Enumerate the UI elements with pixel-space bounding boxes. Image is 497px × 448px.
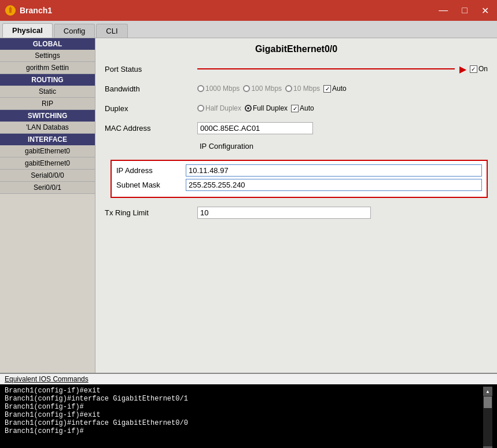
sidebar-item-vlan[interactable]: 'LAN Databas: [0, 122, 95, 134]
tab-config[interactable]: Config: [54, 24, 95, 38]
interface-title: GigabitEthernet0/0: [105, 44, 488, 54]
duplex-full[interactable]: Full Duplex: [245, 104, 288, 112]
duplex-full-label: Full Duplex: [253, 104, 288, 112]
ip-config-header-row: IP Configuration: [105, 140, 488, 155]
port-status-on-label: On: [478, 65, 488, 73]
duplex-half-label: Half Duplex: [205, 104, 241, 112]
bandwidth-100[interactable]: 100 Mbps: [243, 85, 282, 93]
bandwidth-10-label: 10 Mbps: [293, 85, 320, 93]
sidebar: GLOBAL Settings gorithm Settin ROUTING S…: [0, 38, 95, 373]
subnet-mask-label: Subnet Mask: [116, 181, 186, 189]
console-scroll-thumb: [484, 396, 492, 408]
duplex-auto-group[interactable]: Auto: [291, 104, 314, 112]
tab-bar: Physical Config CLI: [0, 21, 497, 38]
mac-address-label: MAC Address: [105, 124, 197, 133]
duplex-full-radio[interactable]: [245, 105, 252, 112]
close-button[interactable]: ✕: [478, 4, 492, 17]
ip-address-input[interactable]: [186, 164, 482, 177]
subnet-mask-input[interactable]: [186, 179, 482, 191]
console-title: Equivalent IOS Commands: [0, 374, 497, 384]
sidebar-item-serial001[interactable]: Seri0/0/1: [0, 182, 95, 194]
app-title: Branch1: [20, 6, 52, 15]
app-icon: [5, 5, 16, 16]
console-line-4: Branch1(config-if)#exit: [5, 411, 483, 419]
console-box[interactable]: Branch1(config-if)#exit Branch1(config)#…: [0, 384, 497, 448]
console-scrollbar[interactable]: ▲ ▼: [483, 387, 492, 448]
tx-ring-limit-controls: [197, 207, 488, 219]
duplex-auto-label: Auto: [300, 104, 314, 112]
mac-address-controls: [197, 122, 488, 134]
port-status-checkbox[interactable]: [470, 65, 477, 73]
tx-ring-limit-row: Tx Ring Limit: [105, 205, 488, 220]
bandwidth-row: Bandwidth 1000 Mbps 100 Mbps 10 Mbps: [105, 81, 488, 96]
sidebar-scroll[interactable]: GLOBAL Settings gorithm Settin ROUTING S…: [0, 38, 95, 373]
duplex-half-radio[interactable]: [197, 105, 204, 112]
console-line-6: Branch1(config-if)#: [5, 427, 483, 435]
config-panel: GigabitEthernet0/0 Port Status On Bandwi…: [95, 38, 497, 373]
port-status-row: Port Status On: [105, 61, 488, 76]
ip-address-label: IP Address: [116, 166, 186, 175]
ip-address-row: IP Address: [116, 164, 482, 177]
title-bar-left: Branch1: [5, 5, 52, 16]
sidebar-header-interface: INTERFACE: [0, 134, 95, 145]
console-scroll-up[interactable]: ▲: [483, 387, 492, 396]
mac-address-row: MAC Address: [105, 120, 488, 135]
port-status-checkbox-group[interactable]: On: [470, 65, 488, 73]
bandwidth-auto-group[interactable]: Auto: [323, 85, 347, 93]
duplex-label: Duplex: [105, 104, 197, 113]
mac-address-input[interactable]: [197, 122, 313, 134]
tab-cli[interactable]: CLI: [96, 24, 127, 38]
ip-config-box: IP Address Subnet Mask: [111, 160, 488, 198]
console-line-1: Branch1(config-if)#exit: [5, 387, 483, 395]
bandwidth-10-radio[interactable]: [285, 85, 292, 92]
sidebar-item-settings[interactable]: Settings: [0, 50, 95, 62]
main-content: GLOBAL Settings gorithm Settin ROUTING S…: [0, 38, 497, 373]
bandwidth-auto-checkbox[interactable]: [323, 85, 331, 93]
bandwidth-controls: 1000 Mbps 100 Mbps 10 Mbps Auto: [197, 85, 488, 93]
console-line-2: Branch1(config)#interface GigabitEtherne…: [5, 395, 483, 403]
port-status-label: Port Status: [105, 65, 197, 74]
ip-config-section: IP Configuration IP Address Subnet Mask: [105, 140, 488, 198]
ip-config-header: IP Configuration: [197, 142, 253, 150]
sidebar-item-ge00[interactable]: gabitEthernet0: [0, 145, 95, 157]
tab-physical[interactable]: Physical: [2, 23, 53, 38]
duplex-row: Duplex Half Duplex Full Duplex Auto: [105, 101, 488, 116]
bandwidth-label: Bandwidth: [105, 85, 197, 93]
console-scroll-track: [483, 396, 492, 446]
sidebar-header-routing: ROUTING: [0, 74, 95, 86]
title-bar: Branch1 — □ ✕: [0, 0, 497, 21]
sidebar-item-rip[interactable]: RIP: [0, 98, 95, 110]
port-status-arrow: [197, 68, 466, 69]
sidebar-item-serial000[interactable]: Serial0/0/0: [0, 170, 95, 182]
console-text: Branch1(config-if)#exit Branch1(config)#…: [5, 387, 483, 448]
bandwidth-1000-label: 1000 Mbps: [205, 85, 240, 93]
bandwidth-1000-radio[interactable]: [197, 85, 204, 92]
sidebar-item-static[interactable]: Static: [0, 86, 95, 98]
tx-ring-limit-input[interactable]: [197, 207, 371, 219]
duplex-auto-checkbox[interactable]: [291, 105, 299, 112]
bandwidth-10[interactable]: 10 Mbps: [285, 85, 320, 93]
console-line-5: Branch1(config)#interface GigabitEtherne…: [5, 419, 483, 427]
port-status-controls: On: [197, 65, 488, 73]
duplex-controls: Half Duplex Full Duplex Auto: [197, 104, 488, 112]
sidebar-item-ge01[interactable]: gabitEthernet0: [0, 157, 95, 170]
bandwidth-100-label: 100 Mbps: [251, 85, 282, 93]
sidebar-header-global: GLOBAL: [0, 38, 95, 50]
bandwidth-radio-group: 1000 Mbps 100 Mbps 10 Mbps: [197, 85, 320, 93]
tx-ring-limit-label: Tx Ring Limit: [105, 208, 197, 217]
duplex-half[interactable]: Half Duplex: [197, 104, 241, 112]
subnet-mask-row: Subnet Mask: [116, 179, 482, 191]
minimize-button[interactable]: —: [435, 4, 451, 17]
sidebar-header-switching: SWITCHING: [0, 110, 95, 122]
bandwidth-1000[interactable]: 1000 Mbps: [197, 85, 240, 93]
title-controls: — □ ✕: [435, 4, 492, 17]
console-area: Equivalent IOS Commands Branch1(config-i…: [0, 373, 497, 448]
duplex-radio-group: Half Duplex Full Duplex: [197, 104, 288, 112]
bandwidth-auto-label: Auto: [332, 85, 347, 93]
bandwidth-100-radio[interactable]: [243, 85, 250, 92]
svg-rect-2: [9, 9, 12, 13]
maximize-button[interactable]: □: [458, 4, 471, 17]
console-line-3: Branch1(config-if)#: [5, 403, 483, 411]
sidebar-item-algorithm[interactable]: gorithm Settin: [0, 62, 95, 74]
